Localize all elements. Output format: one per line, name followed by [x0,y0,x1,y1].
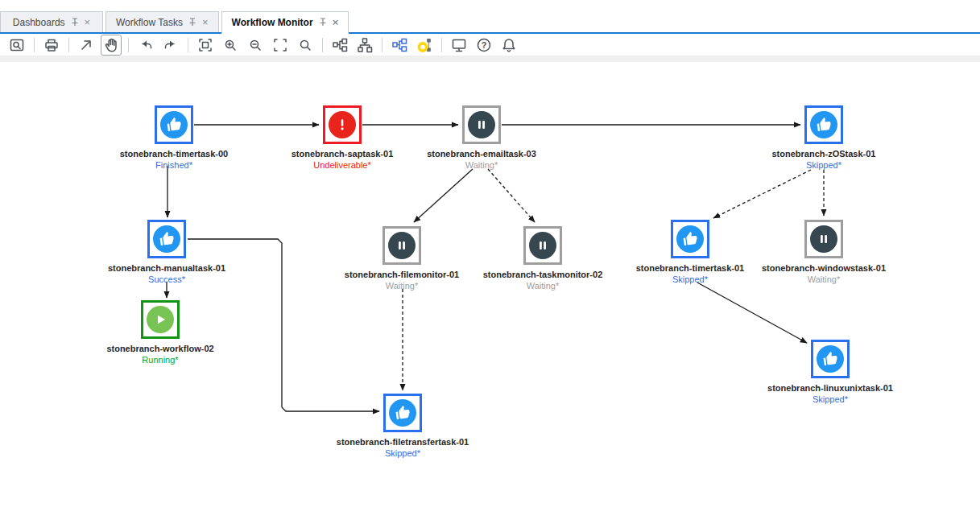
task-name-label: stonebranch-zOStask-01 [731,149,916,159]
toolbar-separator [128,38,129,52]
task-name-label: stonebranch-windowstask-01 [731,263,916,273]
task-name-label: stonebranch-workflow-02 [68,344,253,353]
find-preview-icon[interactable] [6,35,27,56]
notifications-icon[interactable] [498,35,519,56]
monitor-icon[interactable] [449,35,469,56]
task-box[interactable] [383,394,422,432]
tab-label: Dashboards [13,17,65,28]
task-box[interactable] [147,220,186,258]
arrow-up-right-icon[interactable] [76,35,97,56]
tab-workflow-tasks[interactable]: Workflow Tasks × [105,11,219,32]
redo-icon[interactable] [160,35,181,56]
task-status-label: Skipped* [310,448,495,458]
close-icon[interactable]: × [85,17,91,27]
close-icon[interactable]: × [202,17,209,27]
zoom-out-icon[interactable] [245,35,266,56]
task-status-label: Skipped* [738,394,923,404]
task-box[interactable] [462,105,501,144]
fit-to-window-icon[interactable] [195,35,216,56]
task-status-label: Skipped* [731,160,916,170]
toolbar-divider [0,56,980,62]
task-name-label: stonebranch-emailtask-03 [389,149,574,159]
pause-icon [529,232,556,259]
thumb-up-icon [817,345,844,373]
search-icon[interactable] [295,35,316,56]
task-status-label: Waiting* [389,160,574,170]
tree-layout-active-icon[interactable] [389,35,410,56]
pause-icon [388,232,416,259]
thumb-up-icon [389,399,416,427]
task-status-label: Waiting* [731,274,916,284]
task-name-label: stonebranch-linuxunixtask-01 [738,383,923,393]
task-status-label: Running* [68,355,253,365]
hand-pan-icon[interactable] [101,35,122,56]
edge-emailtask03-to-taskmonitor02 [488,169,535,222]
pin-icon[interactable] [188,18,196,27]
tree-layout-vertical-icon[interactable] [354,35,375,56]
task-name-label: stonebranch-manualtask-01 [74,263,259,273]
task-box[interactable] [671,220,709,258]
toolbar-separator [188,38,188,52]
edge-emailtask03-to-filemonitor01 [414,169,473,222]
toolbar-separator [68,38,69,52]
top-chrome: Dashboards × Workflow Tasks × Workflow M… [0,0,980,62]
thumb-up-icon [676,225,704,253]
task-status-label: Finished* [81,160,267,170]
task-status-label: Success* [74,274,259,284]
task-box[interactable] [323,105,362,144]
undo-icon[interactable] [135,35,156,56]
close-icon[interactable]: × [333,17,339,27]
task-name-label: stonebranch-timertask-00 [81,149,267,159]
critical-path-icon[interactable] [414,35,435,56]
tab-label: Workflow Tasks [116,17,183,28]
help-icon[interactable]: ? [473,35,494,56]
tab-workflow-monitor[interactable]: Workflow Monitor × [221,11,349,34]
tab-bar: Dashboards × Workflow Tasks × Workflow M… [0,0,980,34]
thumb-up-icon [153,225,180,253]
task-name-label: stonebranch-filetransfertask-01 [310,437,495,447]
task-box[interactable] [804,105,843,144]
toolbar-separator [382,38,382,52]
marquee-select-icon[interactable] [270,35,291,56]
diagram-toolbar: ? [0,34,980,56]
task-box[interactable] [382,226,421,265]
thumb-up-icon [810,111,837,138]
task-box[interactable] [141,300,180,339]
edge-zostask01-to-timertask01 [713,170,811,218]
pin-icon[interactable] [71,18,79,27]
toolbar-separator [441,38,442,52]
pause-icon [810,225,837,253]
task-box[interactable] [155,105,193,144]
toolbar-separator [322,38,323,52]
task-box[interactable] [523,226,562,265]
pin-icon[interactable] [319,18,327,27]
task-box[interactable] [804,220,843,258]
edge-timertask01-to-linuxunixtask01 [697,283,807,343]
print-icon[interactable] [41,35,62,56]
pause-icon [468,111,495,138]
thumb-up-icon [160,111,188,138]
play-icon [147,306,174,333]
tab-dashboards[interactable]: Dashboards × [0,11,103,32]
zoom-in-icon[interactable] [220,35,241,56]
toolbar-separator [34,38,35,52]
exclamation-icon [329,111,356,138]
workflow-canvas[interactable]: stonebranch-timertask-00Finished*stonebr… [0,0,980,528]
svg-text:?: ? [482,39,487,49]
tree-layout-horizontal-icon[interactable] [329,35,350,56]
tab-label: Workflow Monitor [232,17,313,28]
task-box[interactable] [811,340,850,378]
